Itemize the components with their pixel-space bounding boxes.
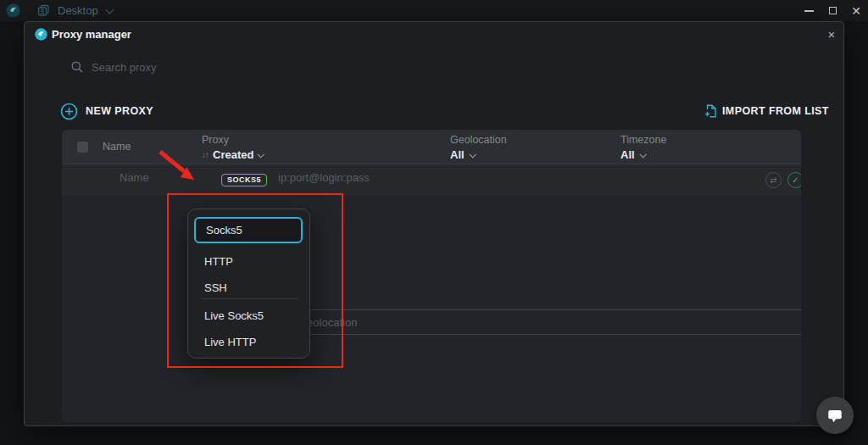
dropdown-option-ssh[interactable]: SSH xyxy=(194,275,303,301)
import-from-list-button[interactable]: IMPORT FROM LIST xyxy=(704,103,829,119)
chevron-down-icon xyxy=(469,151,476,158)
dropdown-option-live-http[interactable]: Live HTTP xyxy=(194,329,303,355)
option-label: Live Socks5 xyxy=(204,309,264,322)
proxy-type-badge[interactable]: SOCKS5 xyxy=(221,174,267,186)
sort-created-label: Created xyxy=(213,148,253,161)
minimize-icon xyxy=(804,10,814,12)
proxy-name-input[interactable] xyxy=(120,171,213,184)
row-actions: ⇄ ✓ ✕ xyxy=(765,172,801,188)
app-logo-icon xyxy=(6,3,20,18)
close-window-button[interactable]: ✕ xyxy=(844,0,868,21)
dropdown-option-http[interactable]: HTTP xyxy=(194,248,303,275)
tab-desktop-label: Desktop xyxy=(58,4,98,17)
sort-created-control[interactable]: ↓↑ Created xyxy=(202,148,263,161)
window-titlebar: Desktop ✕ xyxy=(0,0,868,21)
proxy-type-dropdown: Socks5 HTTP SSH Live Socks5 Live HTTP xyxy=(187,209,310,359)
close-icon: ✕ xyxy=(851,5,861,17)
modal-close-button[interactable]: × xyxy=(823,25,840,42)
save-proxy-button[interactable]: ✓ xyxy=(787,172,801,188)
import-from-list-label: IMPORT FROM LIST xyxy=(722,105,829,117)
chevron-down-icon xyxy=(639,151,646,158)
proxy-manager-logo-icon xyxy=(35,28,47,41)
geolocation-filter-value: All xyxy=(450,148,465,161)
column-proxy: Proxy xyxy=(202,134,229,146)
table-header: Name Proxy ↓↑ Created Geolocation All Ti… xyxy=(62,130,801,164)
chevron-down-icon xyxy=(258,151,264,158)
option-label: HTTP xyxy=(204,255,233,268)
select-all-checkbox[interactable] xyxy=(77,142,88,153)
tab-desktop[interactable]: Desktop xyxy=(29,0,120,21)
column-name: Name xyxy=(103,141,131,153)
search-icon xyxy=(70,60,84,74)
proxy-manager-modal: Proxy manager × NEW PROXY IMPORT FROM LI… xyxy=(24,21,844,426)
swap-icon: ⇄ xyxy=(770,175,776,185)
check-icon: ✓ xyxy=(792,175,798,185)
proxy-table: Name Proxy ↓↑ Created Geolocation All Ti… xyxy=(62,130,801,422)
option-label: Live HTTP xyxy=(204,336,256,348)
change-ip-button[interactable]: ⇄ xyxy=(765,172,782,188)
new-proxy-label: NEW PROXY xyxy=(86,105,153,117)
chevron-down-icon xyxy=(105,6,114,14)
dropdown-option-live-socks5[interactable]: Live Socks5 xyxy=(194,303,303,329)
dropdown-divider xyxy=(201,298,298,299)
new-proxy-button[interactable]: NEW PROXY xyxy=(60,102,153,120)
column-timezone: Timezone xyxy=(620,134,666,146)
maximize-icon xyxy=(829,7,837,14)
option-label: Socks5 xyxy=(206,224,242,236)
search-proxy-field xyxy=(70,58,291,76)
geolocation-filter[interactable]: All xyxy=(450,148,475,161)
column-geolocation: Geolocation xyxy=(450,134,507,146)
sort-arrows-icon: ↓↑ xyxy=(202,150,209,159)
search-input[interactable] xyxy=(92,61,278,74)
chat-bubble-icon xyxy=(825,405,845,426)
option-label: SSH xyxy=(204,281,227,294)
maximize-button[interactable] xyxy=(821,0,844,21)
dropdown-option-socks5[interactable]: Socks5 xyxy=(194,217,303,243)
timezone-filter-value: All xyxy=(620,148,635,161)
new-proxy-row: SOCKS5 ⇄ ✓ ✕ xyxy=(62,164,801,196)
timezone-filter[interactable]: All xyxy=(620,148,645,161)
profiles-icon xyxy=(37,4,50,17)
window-controls: ✕ xyxy=(797,0,868,21)
import-file-icon xyxy=(704,104,716,118)
modal-title: Proxy manager xyxy=(52,28,131,41)
plus-circle-icon xyxy=(60,103,78,120)
proxy-address-input[interactable] xyxy=(278,171,558,184)
minimize-button[interactable] xyxy=(797,0,821,21)
chat-button[interactable] xyxy=(816,397,854,434)
